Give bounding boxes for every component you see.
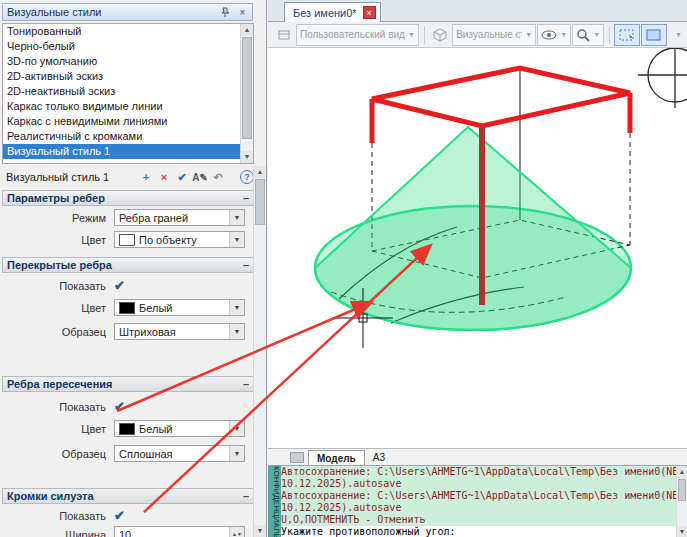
chevron-down-icon[interactable]: ▼ — [229, 421, 244, 436]
drawing-viewport[interactable] — [268, 48, 687, 448]
chevron-down-icon[interactable]: ▼ — [229, 210, 244, 225]
box-top-face-edges[interactable] — [372, 68, 630, 126]
section-title: Параметры ребер — [3, 192, 239, 204]
list-item-selected[interactable]: Визуальный стиль 1 — [3, 144, 253, 159]
panel-scrollbar[interactable]: ▲ ▼ — [253, 166, 266, 537]
scroll-up-icon[interactable]: ▲ — [241, 24, 253, 36]
width-spinner[interactable]: 10 ▲▼ — [114, 526, 245, 537]
row-occluded-color: Цвет Белый ▼ — [2, 299, 254, 319]
sheet-tab-model[interactable]: Модель — [308, 450, 365, 465]
edge-color-dropdown[interactable]: По объекту ▼ — [114, 231, 245, 248]
section-header-edge-parameters[interactable]: Параметры ребер – — [2, 190, 254, 206]
chevron-down-icon[interactable]: ▼ — [229, 324, 244, 339]
pin-icon[interactable] — [218, 5, 233, 19]
color-swatch-black — [119, 423, 135, 435]
dropdown-value: Белый — [139, 423, 229, 435]
scroll-down-icon[interactable]: ▼ — [241, 151, 253, 163]
row-show-intersection: Показать ✔ — [2, 398, 254, 418]
scroll-thumb[interactable] — [255, 179, 265, 225]
checkbox-checked-icon[interactable]: ✔ — [114, 278, 125, 293]
document-tab[interactable]: Без имени0* × — [284, 2, 381, 22]
row-intersection-color: Цвет Белый ▼ — [2, 420, 254, 440]
application-window: Визуальные стили × Тонированный Черно-бе… — [0, 0, 687, 537]
command-history-line: Автосохранение: C:\Users\AHMETG~1\AppDat… — [281, 466, 676, 478]
collapse-icon[interactable]: – — [239, 378, 253, 390]
chevron-down-icon[interactable]: ▼ — [229, 446, 244, 461]
panel-header: Визуальные стили × — [2, 3, 253, 21]
chevron-down-icon: ▼ — [593, 31, 600, 38]
list-item[interactable]: Каркас только видимые линии — [3, 99, 253, 114]
select-window-button[interactable] — [614, 24, 640, 46]
toolbar-separator — [609, 26, 610, 44]
row-show-silhouette: Показать ✔ — [2, 507, 254, 527]
collapse-icon[interactable]: – — [239, 259, 253, 271]
checkbox-checked-icon[interactable]: ✔ — [114, 508, 125, 523]
close-icon[interactable]: × — [235, 5, 250, 19]
checkbox-checked-icon[interactable]: ✔ — [114, 399, 125, 414]
green-cone-surface[interactable] — [315, 127, 631, 330]
select-crossing-button[interactable] — [641, 24, 667, 46]
command-prompt[interactable]: Укажите противоположный угол: — [281, 526, 676, 537]
intersection-pattern-dropdown[interactable]: Сплошная ▼ — [114, 445, 245, 462]
section-header-occluded-edges[interactable]: Перекрытые ребра – — [2, 257, 254, 273]
toolbar-overflow-icon[interactable]: ▼ — [668, 24, 686, 46]
collapse-icon[interactable]: – — [239, 192, 253, 204]
visual-style-dropdown[interactable]: Визуальные сти...1 ▼ — [452, 24, 536, 46]
list-item[interactable]: Каркас с невидимыми линиями — [3, 114, 253, 129]
view-dropdown[interactable]: Пользовательский вид ▼ — [296, 24, 419, 46]
drawing-canvas[interactable] — [268, 48, 687, 448]
chevron-down-icon: ▼ — [525, 31, 532, 38]
visibility-eye-icon[interactable]: ▼ — [537, 24, 571, 46]
command-history[interactable]: Автосохранение: C:\Users\AHMETG~1\AppDat… — [281, 466, 676, 537]
scroll-down-icon[interactable]: ▼ — [677, 526, 687, 537]
visual-styles-panel: Визуальные стили × Тонированный Черно-бе… — [0, 0, 267, 537]
occluded-pattern-dropdown[interactable]: Штриховая ▼ — [114, 323, 245, 340]
command-scrollbar[interactable]: ▲ ▼ — [676, 466, 687, 537]
apply-style-icon[interactable]: ✔ — [174, 169, 190, 185]
chevron-down-icon[interactable]: ▼ — [229, 300, 244, 315]
collapse-icon[interactable]: – — [239, 490, 253, 502]
list-item[interactable]: 2D-неактивный эскиз — [3, 84, 253, 99]
chevron-down-icon[interactable]: ▼ — [229, 232, 244, 247]
row-mode: Режим Ребра граней ▼ — [2, 209, 254, 229]
list-scrollbar[interactable]: ▲ ▼ — [240, 24, 253, 163]
list-item[interactable]: 2D-активный эскиз — [3, 69, 253, 84]
sheet-tab-a3[interactable]: A3 — [365, 450, 393, 465]
zoom-icon[interactable]: ▼ — [572, 24, 604, 46]
section-header-intersection-edges[interactable]: Ребра пересечения – — [2, 376, 254, 392]
view-dropdown-value: Пользовательский вид — [300, 29, 405, 40]
sheet-list-icon[interactable] — [290, 452, 304, 463]
circle-entity[interactable] — [638, 48, 687, 108]
tab-close-icon[interactable]: × — [363, 6, 376, 19]
intersection-color-dropdown[interactable]: Белый ▼ — [114, 420, 245, 437]
mode-dropdown[interactable]: Ребра граней ▼ — [114, 209, 245, 226]
toolbar-separator — [424, 26, 425, 44]
scroll-thumb[interactable] — [242, 37, 252, 139]
row-label: Показать — [2, 280, 106, 292]
delete-style-icon[interactable]: × — [156, 169, 172, 185]
scroll-up-icon[interactable]: ▲ — [254, 166, 266, 178]
row-silhouette-width: Ширина 10 ▲▼ — [2, 526, 254, 537]
undo-icon[interactable]: ↶ — [210, 169, 226, 185]
row-label: Цвет — [2, 423, 106, 435]
scroll-thumb[interactable] — [678, 479, 686, 501]
list-item[interactable]: Черно-белый — [3, 39, 253, 54]
add-style-icon[interactable]: + — [138, 169, 154, 185]
list-item[interactable]: Реалистичный с кромками — [3, 129, 253, 144]
visual-style-cube-icon[interactable] — [429, 24, 451, 46]
row-color: Цвет По объекту ▼ — [2, 231, 254, 251]
scroll-down-icon[interactable]: ▼ — [254, 525, 266, 537]
help-icon[interactable]: ? — [240, 170, 254, 184]
scroll-up-icon[interactable]: ▲ — [677, 466, 687, 478]
command-history-line: Автосохранение: C:\Users\AHMETG~1\AppDat… — [281, 490, 676, 502]
confidential-watermark: КОНФИДЕНЦИАЛЬНО — [268, 466, 281, 537]
occluded-color-dropdown[interactable]: Белый ▼ — [114, 299, 245, 316]
rename-style-icon[interactable]: A✎ — [192, 169, 208, 185]
list-item[interactable]: 3D-по умолчанию — [3, 54, 253, 69]
list-item[interactable]: Тонированный — [3, 24, 253, 39]
visual-style-dropdown-value: Визуальные сти...1 — [456, 29, 522, 40]
spinner-arrows-icon[interactable]: ▲▼ — [229, 527, 244, 537]
section-header-silhouette-edges[interactable]: Кромки силуэта – — [2, 488, 254, 504]
document-tab-label: Без имени0* — [293, 7, 357, 19]
named-view-icon[interactable] — [273, 24, 295, 46]
